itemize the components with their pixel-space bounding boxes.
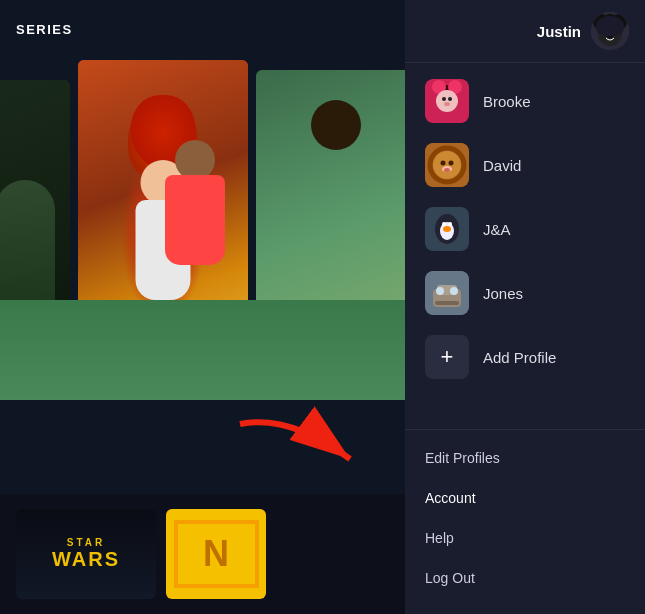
svg-point-7: [607, 34, 613, 38]
svg-point-22: [444, 168, 450, 172]
profile-name-brooke: Brooke: [483, 93, 531, 110]
svg-point-6: [612, 29, 616, 33]
natgeo-border: N: [174, 520, 259, 588]
avatar-jana: [425, 207, 469, 251]
logos-area: STAR WARS N: [0, 494, 405, 614]
add-profile-plus-icon: +: [441, 346, 454, 368]
help-item[interactable]: Help: [405, 518, 645, 558]
profile-name-david: David: [483, 157, 521, 174]
dropdown-panel: Justin: [405, 0, 645, 614]
profiles-list: Brooke: [405, 63, 645, 425]
menu-divider-1: [405, 429, 645, 430]
svg-point-26: [442, 222, 446, 226]
main-content-area: SERIES: [0, 0, 405, 614]
profile-item-jana[interactable]: J&A: [405, 197, 645, 261]
current-user-name: Justin: [537, 23, 581, 40]
avatar-brooke: [425, 79, 469, 123]
edit-profiles-item[interactable]: Edit Profiles: [405, 438, 645, 478]
dropdown-header: Justin: [405, 0, 645, 63]
svg-point-32: [436, 287, 444, 295]
svg-point-33: [450, 287, 458, 295]
add-profile-label: Add Profile: [483, 349, 556, 366]
star-wars-text: STAR WARS: [52, 537, 120, 571]
profile-name-jana: J&A: [483, 221, 511, 238]
svg-point-2: [593, 14, 609, 30]
content-cards: [0, 60, 405, 400]
card-3[interactable]: [256, 70, 405, 380]
add-profile-item[interactable]: + Add Profile: [405, 325, 645, 389]
svg-point-28: [443, 226, 451, 232]
svg-point-20: [449, 161, 454, 166]
svg-point-17: [433, 151, 461, 179]
svg-point-14: [448, 97, 452, 101]
account-item[interactable]: Account: [405, 478, 645, 518]
svg-point-3: [611, 14, 627, 30]
star-wars-logo[interactable]: STAR WARS: [16, 509, 156, 599]
svg-point-5: [604, 29, 608, 33]
profile-name-jones: Jones: [483, 285, 523, 302]
svg-point-27: [448, 222, 452, 226]
mickey-svg: [591, 12, 629, 50]
profile-item-david[interactable]: David: [405, 133, 645, 197]
add-profile-icon: +: [425, 335, 469, 379]
svg-point-12: [436, 90, 458, 112]
natgeo-logo[interactable]: N: [166, 509, 266, 599]
svg-point-19: [441, 161, 446, 166]
current-user-avatar[interactable]: [591, 12, 629, 50]
menu-items: Edit Profiles Account Help Log Out: [405, 434, 645, 614]
svg-point-4: [598, 22, 622, 46]
profile-item-jones[interactable]: Jones: [405, 261, 645, 325]
svg-point-13: [442, 97, 446, 101]
series-label: SERIES: [16, 22, 73, 37]
svg-point-15: [444, 102, 450, 106]
log-out-item[interactable]: Log Out: [405, 558, 645, 598]
svg-rect-34: [435, 301, 459, 305]
avatar-jones: [425, 271, 469, 315]
avatar-david: [425, 143, 469, 187]
profile-item-brooke[interactable]: Brooke: [405, 69, 645, 133]
